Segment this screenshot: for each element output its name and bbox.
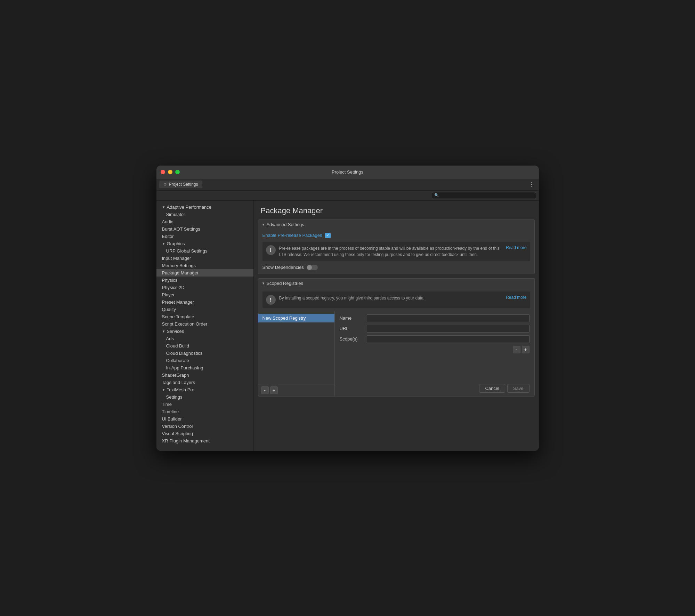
sidebar-item-player[interactable]: Player [156,291,253,298]
sidebar-item-input-manager[interactable]: Input Manager [156,255,253,262]
sidebar-item-cloud-diagnostics[interactable]: Cloud Diagnostics [156,350,253,357]
list-controls: - + [258,384,334,396]
sidebar-item-audio[interactable]: Audio [156,218,253,225]
sidebar-label: Quality [162,307,176,312]
toggle-knob [307,265,312,270]
save-button[interactable]: Save [507,384,530,393]
sidebar-label: Graphics [167,241,185,246]
sidebar-item-script-execution[interactable]: Script Execution Order [156,320,253,328]
form-action-buttons: Cancel Save [340,381,530,393]
arrow-icon: ▼ [162,205,165,209]
advanced-settings-body: Enable Pre-release Packages ✓ ! Pre-rele… [258,229,534,274]
remove-scope-button[interactable]: - [513,346,520,353]
traffic-lights [161,170,180,174]
sidebar-item-xr-plugin[interactable]: XR Plugin Management [156,437,253,445]
add-scope-button[interactable]: + [522,346,530,353]
sidebar-label: Preset Manager [162,299,194,305]
search-input[interactable] [441,193,534,198]
sidebar-label: Script Execution Order [162,321,208,327]
sidebar-label: Physics 2D [162,285,185,290]
sidebar-label: Scene Template [162,314,194,319]
scoped-warning-box: ! By installing a scoped registry, you m… [262,291,530,308]
window-title: Project Settings [332,169,363,175]
url-label: URL [340,326,364,331]
warning-icon: ! [266,295,276,305]
sidebar-item-textmesh-pro[interactable]: ▼ TextMesh Pro [156,386,253,393]
sidebar-item-cloud-build[interactable]: Cloud Build [156,342,253,350]
scope-field-row: Scope(s) [340,335,530,343]
sidebar: ▼ Adaptive Performance Simulator Audio B… [156,201,254,451]
scoped-read-more-link[interactable]: Read more [506,295,526,305]
show-dependencies-row: Show Dependencies [262,265,530,270]
sidebar-item-graphics[interactable]: ▼ Graphics [156,240,253,247]
sidebar-item-ads[interactable]: Ads [156,335,253,342]
enable-prerelease-label[interactable]: Enable Pre-release Packages [262,233,322,238]
sidebar-item-quality[interactable]: Quality [156,306,253,313]
scoped-registries-header: ▼ Scoped Registries [258,279,534,288]
sidebar-label: ShaderGraph [162,373,189,378]
sidebar-item-urp-global[interactable]: URP Global Settings [156,247,253,255]
sidebar-label: Settings [166,394,183,400]
registry-item-new[interactable]: New Scoped Registry [258,314,334,322]
enable-prerelease-checkbox[interactable]: ✓ [325,233,331,238]
sidebar-item-scene-template[interactable]: Scene Template [156,313,253,320]
sidebar-label: Package Manager [162,270,199,275]
sidebar-item-services[interactable]: ▼ Services [156,328,253,335]
advanced-settings-panel: ▼ Advanced Settings Enable Pre-release P… [258,219,535,274]
name-label: Name [340,315,364,321]
sidebar-item-physics-2d[interactable]: Physics 2D [156,284,253,291]
read-more-link[interactable]: Read more [506,245,526,258]
tab-project-settings[interactable]: ⚙ Project Settings [159,181,202,188]
advanced-settings-label: Advanced Settings [266,222,304,227]
sidebar-item-timeline[interactable]: Timeline [156,408,253,415]
sidebar-item-burst-aot[interactable]: Burst AOT Settings [156,225,253,233]
url-field-row: URL [340,325,530,333]
content-area: Package Manager ▼ Advanced Settings Enab… [254,201,539,451]
minimize-button[interactable] [168,170,172,174]
arrow-icon: ▼ [162,242,165,246]
sidebar-item-tmp-settings[interactable]: Settings [156,393,253,401]
more-options-button[interactable]: ⋮ [527,181,536,188]
sidebar-item-time[interactable]: Time [156,401,253,408]
sidebar-label: Burst AOT Settings [162,226,200,232]
sidebar-label: Version Control [162,424,193,429]
add-registry-button[interactable]: + [270,386,278,394]
scoped-body: New Scoped Registry - + [258,311,534,396]
cancel-button[interactable]: Cancel [479,384,505,393]
page-title: Package Manager [261,206,532,215]
sidebar-label: Cloud Diagnostics [166,351,203,356]
sidebar-item-visual-scripting[interactable]: Visual Scripting [156,430,253,437]
arrow-icon: ▼ [262,281,265,285]
close-button[interactable] [161,170,165,174]
sidebar-label: Editor [162,234,174,239]
sidebar-item-package-manager[interactable]: Package Manager [156,269,253,277]
sidebar-item-collaborate[interactable]: Collaborate [156,357,253,364]
sidebar-item-editor[interactable]: Editor [156,233,253,240]
tab-bar: ⚙ Project Settings ⋮ [156,179,539,191]
sidebar-item-physics[interactable]: Physics [156,277,253,284]
sidebar-item-ui-builder[interactable]: UI Builder [156,415,253,423]
maximize-button[interactable] [175,170,180,174]
sidebar-item-memory-settings[interactable]: Memory Settings [156,262,253,269]
sidebar-item-preset-manager[interactable]: Preset Manager [156,298,253,306]
sidebar-item-tags-and-layers[interactable]: Tags and Layers [156,379,253,386]
sidebar-item-simulator[interactable]: Simulator [156,211,253,218]
registry-item-label: New Scoped Registry [262,315,306,321]
name-input[interactable] [367,314,530,322]
sidebar-item-version-control[interactable]: Version Control [156,423,253,430]
scope-input[interactable] [367,335,530,343]
show-dependencies-toggle[interactable] [307,265,318,270]
sidebar-item-adaptive-performance[interactable]: ▼ Adaptive Performance [156,203,253,211]
sidebar-label: Player [162,292,175,297]
arrow-icon: ▼ [162,329,165,333]
advanced-settings-header: ▼ Advanced Settings [258,220,534,229]
url-input[interactable] [367,325,530,333]
sidebar-item-in-app-purchasing[interactable]: In-App Purchasing [156,364,253,371]
remove-registry-button[interactable]: - [261,386,269,394]
main-window: Project Settings ⚙ Project Settings ⋮ 🔍 … [156,166,539,451]
sidebar-label: Physics [162,278,178,283]
arrow-icon: ▼ [262,223,265,226]
sidebar-label: URP Global Settings [166,248,208,254]
sidebar-item-shadergraph[interactable]: ShaderGraph [156,371,253,379]
info-icon: ! [266,245,276,255]
